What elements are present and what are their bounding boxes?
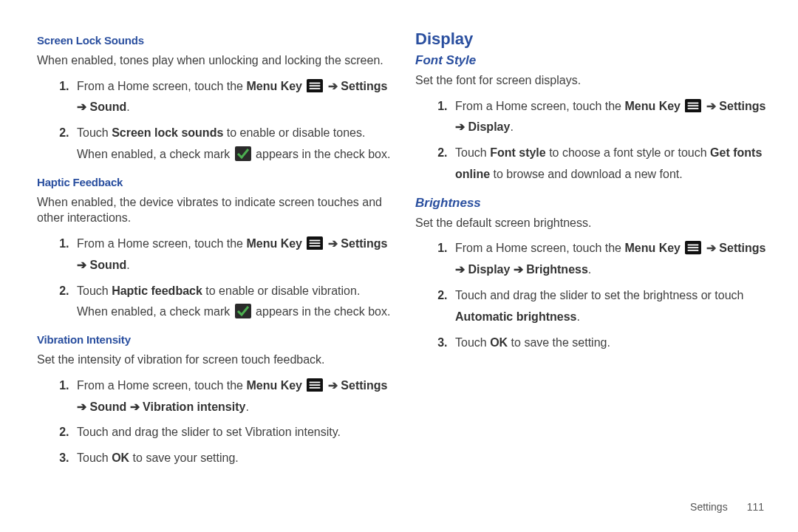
bold-text: Settings	[341, 237, 387, 250]
step-text: appears in the check box.	[253, 305, 391, 318]
step-item: Touch and drag the slider to set the bri…	[451, 285, 771, 328]
bold-text: Settings	[719, 100, 765, 112]
step-text: From a Home screen, touch the	[455, 100, 624, 112]
arrow: ➔	[703, 242, 719, 254]
step-text: appears in the check box.	[253, 148, 391, 160]
bold-text: Menu Key	[624, 242, 681, 254]
intro-text: Set the font for screen displays.	[415, 72, 771, 89]
heading-font-style: Font Style	[415, 53, 771, 68]
bold-text: Screen lock sounds	[112, 126, 223, 139]
svg-rect-21	[688, 250, 699, 251]
svg-rect-17	[688, 108, 699, 109]
bold-text: Brightness	[526, 263, 588, 276]
step-item: Touch Screen lock sounds to enable or di…	[72, 123, 393, 166]
bold-text: OK	[112, 451, 129, 464]
bold-text: Display	[468, 263, 510, 276]
step-text: From a Home screen, touch the	[77, 80, 246, 92]
heading-vibration-intensity: Vibration Intensity	[37, 333, 393, 346]
svg-rect-19	[688, 245, 699, 246]
step-text: .	[245, 400, 248, 413]
step-item: From a Home screen, touch the Menu Key ➔…	[451, 238, 771, 281]
steps-list: From a Home screen, touch the Menu Key ➔…	[37, 76, 393, 166]
menu-key-icon	[685, 241, 701, 254]
svg-rect-20	[688, 248, 699, 249]
arrow: ➔	[324, 379, 341, 392]
step-text: to choose a font style or touch	[546, 146, 710, 159]
menu-key-icon	[307, 236, 323, 250]
step-item: From a Home screen, touch the Menu Key ➔…	[451, 96, 771, 139]
svg-rect-16	[688, 105, 699, 106]
step-item: Touch Font style to choose a font style …	[451, 143, 771, 185]
menu-key-icon	[307, 79, 323, 92]
steps-list: From a Home screen, touch the Menu Key ➔…	[37, 375, 393, 469]
step-text: .	[576, 310, 579, 323]
svg-rect-15	[688, 102, 699, 103]
step-item: Touch and drag the slider to set Vibrati…	[72, 422, 393, 443]
heading-display: Display	[415, 30, 771, 49]
bold-text: Sound	[89, 259, 126, 271]
bold-text: Settings	[341, 80, 387, 92]
step-item: From a Home screen, touch the Menu Key ➔…	[72, 76, 393, 119]
section-font-style: Font Style Set the font for screen displ…	[415, 53, 771, 185]
svg-rect-7	[310, 242, 321, 244]
bold-text: Menu Key	[246, 237, 302, 250]
svg-rect-9	[235, 304, 251, 318]
step-text: .	[510, 120, 513, 133]
step-text: Touch and drag the slider to set Vibrati…	[77, 426, 341, 438]
section-haptic-feedback: Haptic Feedback When enabled, the device…	[37, 176, 393, 323]
checkmark-icon	[235, 304, 251, 318]
svg-rect-6	[310, 240, 321, 242]
step-text: to save the setting.	[508, 336, 610, 349]
menu-key-icon	[685, 99, 701, 112]
svg-rect-11	[310, 381, 321, 383]
step-item: Touch OK to save your setting.	[72, 448, 393, 469]
step-text: From a Home screen, touch the	[77, 379, 246, 392]
intro-text: When enabled, tones play when unlocking …	[37, 52, 393, 69]
step-text: Touch	[77, 284, 112, 297]
bold-text: Font style	[490, 146, 546, 159]
step-text: Touch	[455, 336, 490, 349]
heading-brightness: Brightness	[415, 196, 771, 211]
steps-list: From a Home screen, touch the Menu Key ➔…	[415, 96, 771, 185]
bold-text: Automatic brightness	[455, 310, 576, 323]
footer-section: Settings	[690, 501, 728, 513]
svg-rect-3	[310, 88, 321, 89]
step-item: Touch Haptic feedback to enable or disab…	[72, 281, 393, 324]
step-item: From a Home screen, touch the Menu Key ➔…	[72, 375, 393, 418]
footer-page-number: 111	[747, 501, 764, 513]
svg-rect-12	[310, 384, 321, 386]
bold-text: Vibration intensity	[143, 400, 245, 413]
step-item: From a Home screen, touch the Menu Key ➔…	[72, 233, 393, 276]
heading-screen-lock-sounds: Screen Lock Sounds	[37, 34, 393, 47]
page: Screen Lock Sounds When enabled, tones p…	[0, 0, 798, 532]
svg-rect-4	[235, 146, 251, 161]
arrow: ➔	[455, 120, 468, 133]
bold-text: Settings	[341, 379, 387, 392]
arrow: ➔	[77, 259, 89, 271]
intro-text: Set the default screen brightness.	[415, 215, 771, 231]
step-text: Touch	[455, 146, 490, 159]
svg-rect-8	[310, 245, 321, 247]
steps-list: From a Home screen, touch the Menu Key ➔…	[415, 238, 771, 353]
bold-text: Display	[468, 120, 510, 133]
arrow: ➔	[126, 400, 143, 413]
steps-list: From a Home screen, touch the Menu Key ➔…	[37, 233, 393, 323]
step-text: From a Home screen, touch the	[77, 237, 246, 250]
bold-text: Sound	[89, 100, 126, 113]
step-text: .	[126, 259, 129, 271]
svg-rect-1	[310, 82, 321, 83]
arrow: ➔	[77, 100, 89, 113]
arrow: ➔	[703, 100, 719, 112]
step-text: to browse and download a new font.	[490, 168, 683, 180]
heading-haptic-feedback: Haptic Feedback	[37, 176, 393, 188]
section-vibration-intensity: Vibration Intensity Set the intensity of…	[37, 333, 393, 469]
step-text: Touch	[77, 126, 112, 139]
arrow: ➔	[510, 263, 526, 276]
section-brightness: Brightness Set the default screen bright…	[415, 196, 771, 354]
svg-rect-2	[310, 85, 321, 86]
bold-text: Menu Key	[624, 100, 681, 112]
page-footer: Settings111	[690, 501, 764, 513]
bold-text: Menu Key	[246, 379, 302, 392]
checkmark-icon	[235, 146, 251, 161]
step-item: Touch OK to save the setting.	[451, 332, 771, 354]
